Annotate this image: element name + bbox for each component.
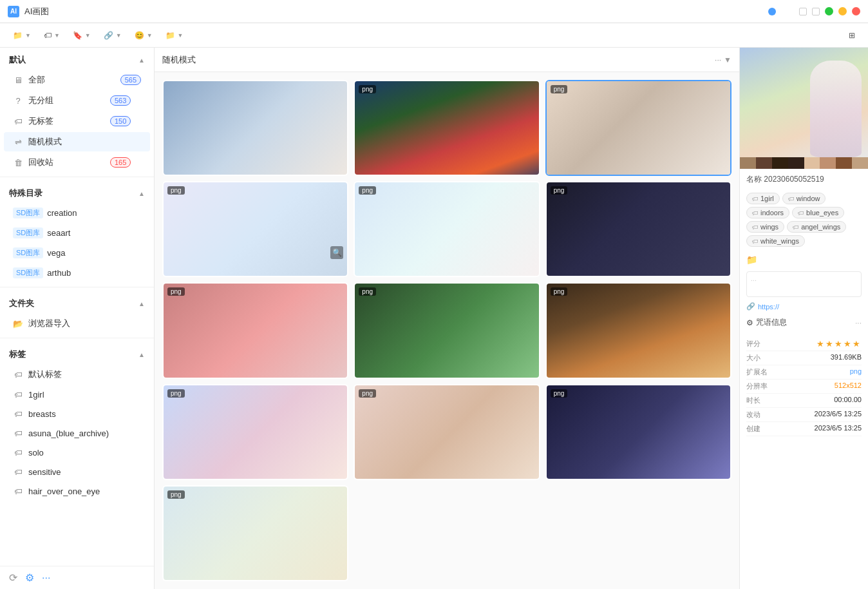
sidebar-item-tag-asuna[interactable]: 🏷 asuna_(blue_archive) ··· <box>4 424 150 442</box>
window-minimize-button[interactable] <box>838 7 847 15</box>
tag-blue-eyes[interactable]: 🏷 blue_eyes <box>792 207 844 218</box>
meta-row-duration: 时长 00:00.00 <box>746 394 862 408</box>
tag-1girl[interactable]: 🏷 1girl <box>746 193 780 204</box>
image-thumb-5 <box>547 182 730 277</box>
meta-label-duration: 时长 <box>746 396 760 405</box>
color-swatch-3[interactable] <box>788 157 804 169</box>
folder2-button[interactable]: 📁 ▼ <box>160 28 189 43</box>
content-more-button[interactable]: ··· ▼ <box>715 55 731 64</box>
sidebar-item-browser[interactable]: 📂 浏览器导入 ··· <box>4 314 150 333</box>
question-icon: ? <box>13 95 23 106</box>
color-swatch-0[interactable] <box>740 157 756 169</box>
folder-browser-icon: 📂 <box>13 318 23 329</box>
sidebar-item-tag-hair[interactable]: 🏷 hair_over_one_eye ··· <box>4 482 150 500</box>
tag-indoors[interactable]: 🏷 indoors <box>746 207 789 218</box>
sidebar-label-default-tag: 默认标签 <box>28 369 131 380</box>
window-maximize-button[interactable] <box>825 7 833 15</box>
url-label[interactable]: https:// <box>758 303 779 311</box>
color-swatch-4[interactable] <box>804 157 820 169</box>
png-badge-6: png <box>167 287 185 296</box>
section-special-chevron-icon[interactable]: ▲ <box>138 190 145 197</box>
tag-button[interactable]: 🏷 ▼ <box>39 28 65 43</box>
image-card-1[interactable]: png 1685081013465_1.png <box>354 80 540 176</box>
image-card-4[interactable]: png 20230602074757.png <box>354 181 540 277</box>
sidebar-label-solo: solo <box>28 448 131 458</box>
section-tags-chevron-icon[interactable]: ▲ <box>138 351 145 358</box>
sidebar-label-vega: vega <box>47 248 131 258</box>
folder-button[interactable]: 📁 ▼ <box>8 28 36 43</box>
settings-icon[interactable]: ⚙ <box>25 572 34 584</box>
window-minimize-icon[interactable] <box>799 8 807 15</box>
tag-angel-wings[interactable]: 🏷 angel_wings <box>787 221 846 233</box>
meta-label-rating: 评分 <box>746 339 760 349</box>
folder-action-icon[interactable]: 📁 <box>746 255 757 265</box>
image-card-11[interactable]: png 20230602082215.png <box>545 384 731 480</box>
content-toolbar: 随机模式 ··· ▼ <box>155 48 739 72</box>
image-card-5[interactable]: png 20230608003837.png <box>545 181 731 277</box>
meta-label-modified: 改动 <box>746 410 760 420</box>
tag-label-indoors: indoors <box>760 209 784 217</box>
section-default-chevron-icon[interactable]: ▲ <box>138 57 145 64</box>
grid-view-button[interactable]: ⊞ <box>844 28 860 43</box>
tag-window[interactable]: 🏷 window <box>782 193 826 204</box>
image-card-0[interactable]: B0%(((((P536T(NWK@62ZW0J.jpg <box>162 80 348 176</box>
sidebar-item-tag-solo[interactable]: 🏷 solo ··· <box>4 443 150 461</box>
sidebar-item-arthub[interactable]: SD图库 arthub ··· <box>4 264 150 282</box>
sidebar-section-default: 默认 ▲ <box>0 48 154 70</box>
window-close-button[interactable] <box>852 7 860 15</box>
bookmark-button[interactable]: 🔖 ▼ <box>68 28 96 43</box>
tag-icon-white-wings: 🏷 <box>752 238 759 245</box>
magnify-icon-3[interactable]: 🔍 <box>330 246 343 259</box>
tag-white-wings[interactable]: 🏷 white_wings <box>746 235 805 247</box>
sidebar-label-sensitive: sensitive <box>28 467 131 477</box>
image-card-2[interactable]: png 20230605052519.png <box>545 80 731 176</box>
emoji-button[interactable]: 😊 ▼ <box>129 28 158 43</box>
color-swatch-5[interactable] <box>820 157 836 169</box>
color-swatch-1[interactable] <box>756 157 772 169</box>
sidebar-item-default-tag[interactable]: 🏷 默认标签 ··· <box>4 365 150 384</box>
sidebar-item-all[interactable]: 🖥 全部 565 <box>4 70 150 90</box>
prompt-more-button[interactable]: ··· <box>855 318 862 327</box>
tag-icon-wings: 🏷 <box>752 224 759 231</box>
color-swatch-6[interactable] <box>836 157 852 169</box>
image-thumb-8 <box>547 284 730 378</box>
sidebar-item-trash[interactable]: 🗑 回收站 165 ··· <box>4 153 150 172</box>
image-card-6[interactable]: png 20230604231334.png <box>162 282 348 378</box>
meta-row-created: 创建 2023/6/5 13:25 <box>746 422 862 436</box>
section-folder-chevron-icon[interactable]: ▲ <box>138 300 145 307</box>
filename-label: 名称 20230605052519 <box>746 174 862 185</box>
prompt-title: ⚙ 咒语信息 <box>746 317 787 328</box>
sidebar-item-no-tag[interactable]: 🏷 无标签 150 ··· <box>4 111 150 131</box>
tag-label-white-wings: white_wings <box>760 237 799 245</box>
sidebar-section-special: 特殊目录 ▲ <box>0 181 154 203</box>
image-card-8[interactable]: png 20230605055445.png <box>545 282 731 378</box>
sidebar-item-ungrouped[interactable]: ? 无分组 563 ··· <box>4 91 150 110</box>
notes-area[interactable]: ... <box>746 271 862 297</box>
tag-sensitive-icon: 🏷 <box>13 467 23 477</box>
image-card-12[interactable]: png <box>162 485 348 581</box>
color-swatch-2[interactable] <box>772 157 788 169</box>
more-icon[interactable]: ··· <box>42 572 50 584</box>
sidebar-item-vega[interactable]: SD图库 vega ··· <box>4 244 150 262</box>
sidebar-label-ungrouped: 无分组 <box>28 95 108 106</box>
sidebar-item-tag-sensitive[interactable]: 🏷 sensitive ··· <box>4 463 150 481</box>
folder2-chevron-icon: ▼ <box>178 32 184 39</box>
color-swatch-7[interactable] <box>852 157 868 169</box>
image-card-7[interactable]: png 20230601055914.png <box>354 282 540 378</box>
tag-wings[interactable]: 🏷 wings <box>746 221 784 233</box>
sidebar-item-seaart[interactable]: SD图库 seaart ··· <box>4 224 150 242</box>
refresh-icon[interactable]: ⟳ <box>9 572 17 584</box>
prompt-title-text: 咒语信息 <box>756 317 787 328</box>
window-tile-icon[interactable] <box>812 8 820 15</box>
meta-value-modified: 2023/6/5 13:25 <box>815 410 862 420</box>
sidebar-item-tag-1girl[interactable]: 🏷 1girl ··· <box>4 385 150 403</box>
sidebar-item-creation[interactable]: SD图库 creation ··· <box>4 204 150 222</box>
image-card-10[interactable]: png 20230601055718.png <box>354 384 540 480</box>
more-label: ··· <box>715 55 721 64</box>
link-button[interactable]: 🔗 ▼ <box>99 28 127 43</box>
image-card-9[interactable]: png 20230610000850.png <box>162 384 348 480</box>
sidebar-item-tag-breasts[interactable]: 🏷 breasts ··· <box>4 405 150 423</box>
folder-icon: 📁 <box>13 31 23 40</box>
sidebar-item-random[interactable]: ⇌ 随机模式 ··· <box>4 132 150 151</box>
image-card-3[interactable]: png 🔍 20230605004736.png <box>162 181 348 277</box>
